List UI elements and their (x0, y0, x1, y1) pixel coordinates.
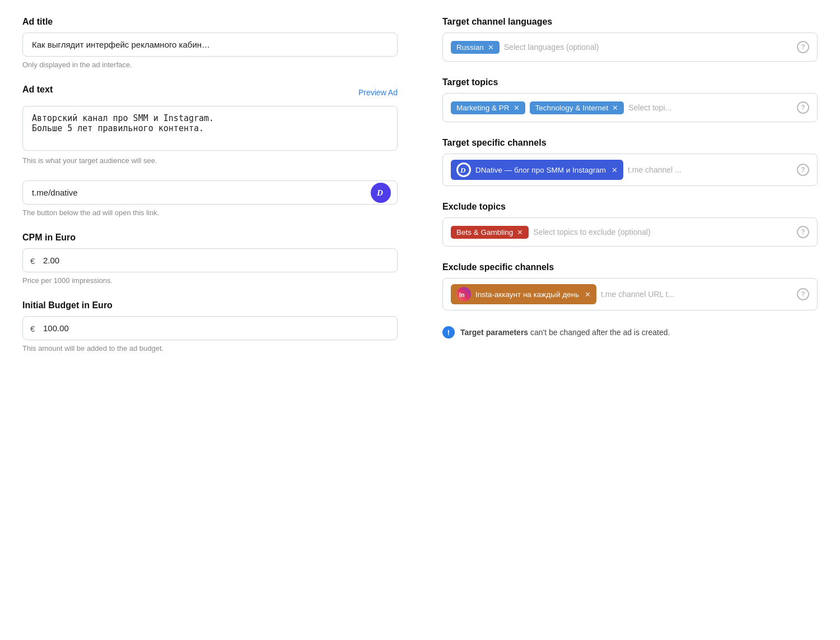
svg-text:D: D (376, 188, 383, 197)
exclude-channel-tag-insta[interactable]: In Insta-аккаунт на каждый день ✕ (451, 284, 596, 304)
topic-tag-marketing-remove[interactable]: ✕ (514, 104, 520, 112)
url-section: D The button below the ad will open this… (22, 180, 398, 217)
url-input-wrapper: D (22, 180, 398, 205)
topics-input-box[interactable]: Marketing & PR ✕ Technology & Internet ✕… (442, 93, 818, 122)
ad-text-label: Ad text (22, 85, 53, 95)
budget-label: Initial Budget in Euro (22, 300, 398, 310)
url-helper: The button below the ad will open this l… (22, 208, 398, 217)
language-tag-text: Russian (456, 43, 484, 52)
budget-input[interactable] (22, 316, 398, 340)
exclude-topic-bets-text: Bets & Gambling (456, 228, 513, 236)
ad-text-section: Ad text Preview Ad Авторский канал про S… (22, 85, 398, 165)
topic-tag-technology[interactable]: Technology & Internet ✕ (530, 101, 624, 114)
ad-title-section: Ad title Only displayed in the ad interf… (22, 17, 398, 69)
insta-channel-remove[interactable]: ✕ (585, 290, 591, 299)
exclude-channels-input-box[interactable]: In Insta-аккаунт на каждый день ✕ t.me c… (442, 278, 818, 310)
svg-text:In: In (459, 291, 465, 298)
topics-section: Target topics Marketing & PR ✕ Technolog… (442, 77, 818, 122)
specific-channels-help-icon[interactable]: ? (797, 164, 809, 176)
ad-title-helper: Only displayed in the ad interface. (22, 61, 398, 69)
info-text: Target parameters can't be changed after… (460, 328, 670, 337)
budget-input-wrapper: € (22, 316, 398, 340)
exclude-topics-input-box[interactable]: Bets & Gambling ✕ Select topics to exclu… (442, 217, 818, 247)
exclude-channels-label: Exclude specific channels (442, 262, 818, 272)
budget-helper: This amount will be added to the ad budg… (22, 344, 398, 353)
cpm-currency: € (30, 256, 35, 265)
insta-avatar-icon: In (456, 287, 471, 302)
ad-title-label: Ad title (22, 17, 398, 27)
exclude-topics-label: Exclude topics (442, 202, 818, 212)
specific-channels-section: Target specific channels D DNative — бло… (442, 138, 818, 186)
budget-section: Initial Budget in Euro € This amount wil… (22, 300, 398, 353)
preview-ad-link[interactable]: Preview Ad (358, 88, 398, 97)
specific-channels-placeholder: t.me channel ... (628, 165, 682, 174)
languages-label: Target channel languages (442, 17, 818, 27)
specific-channels-label: Target specific channels (442, 138, 818, 148)
specific-channels-input-box[interactable]: D DNative — блог про SMM и Instagram ✕ t… (442, 154, 818, 186)
topics-placeholder: Select topi... (628, 103, 671, 112)
info-icon: ! (442, 326, 455, 338)
cpm-input[interactable] (22, 248, 398, 272)
dnative-channel-remove[interactable]: ✕ (612, 166, 618, 174)
topics-label: Target topics (442, 77, 818, 87)
topic-tag-marketing-text: Marketing & PR (456, 104, 510, 112)
budget-currency: € (30, 323, 35, 333)
info-banner: ! Target parameters can't be changed aft… (442, 326, 818, 338)
dnative-channel-text: DNative — блог про SMM и Instagram (475, 166, 606, 174)
language-tag-remove[interactable]: ✕ (488, 43, 494, 52)
ad-text-title-row: Ad text Preview Ad (22, 85, 398, 100)
info-text-bold: Target parameters (460, 328, 528, 337)
ad-text-helper: This is what your target audience will s… (22, 156, 398, 165)
ad-title-input[interactable] (22, 33, 398, 57)
topics-help-icon[interactable]: ? (797, 101, 809, 114)
exclude-topic-tag-bets[interactable]: Bets & Gambling ✕ (451, 226, 529, 239)
topic-tag-marketing[interactable]: Marketing & PR ✕ (451, 101, 525, 114)
ad-text-input[interactable]: Авторский канал про SMM и Instagram. Бол… (22, 106, 398, 151)
url-input[interactable] (22, 180, 398, 205)
cpm-label: CPM in Euro (22, 233, 398, 243)
cpm-section: CPM in Euro € Price per 1000 impressions… (22, 233, 398, 285)
exclude-topics-section: Exclude topics Bets & Gambling ✕ Select … (442, 202, 818, 247)
exclude-topics-help-icon[interactable]: ? (797, 226, 809, 238)
languages-help-icon[interactable]: ? (797, 41, 809, 53)
specific-channel-tag-dnative[interactable]: D DNative — блог про SMM и Instagram ✕ (451, 160, 623, 180)
languages-section: Target channel languages Russian ✕ Selec… (442, 17, 818, 62)
svg-text:D: D (460, 166, 466, 174)
dnative-avatar-icon: D (456, 163, 471, 177)
cpm-input-wrapper: € (22, 248, 398, 272)
exclude-topic-bets-remove[interactable]: ✕ (517, 228, 523, 236)
insta-channel-text: Insta-аккаунт на каждый день (475, 290, 579, 299)
language-tag-russian[interactable]: Russian ✕ (451, 41, 500, 54)
info-text-rest: can't be changed after the ad is created… (528, 328, 670, 337)
exclude-channels-placeholder: t.me channel URL t... (601, 290, 674, 299)
exclude-channels-help-icon[interactable]: ? (797, 288, 809, 300)
topic-tag-technology-text: Technology & Internet (535, 104, 609, 112)
topic-tag-technology-remove[interactable]: ✕ (612, 104, 618, 112)
exclude-channels-section: Exclude specific channels (442, 262, 818, 310)
url-brand-icon: D (371, 183, 391, 203)
cpm-helper: Price per 1000 impressions. (22, 276, 398, 285)
languages-placeholder: Select languages (optional) (504, 43, 599, 52)
exclude-topics-placeholder: Select topics to exclude (optional) (533, 228, 650, 236)
languages-input-box[interactable]: Russian ✕ Select languages (optional) ? (442, 33, 818, 62)
